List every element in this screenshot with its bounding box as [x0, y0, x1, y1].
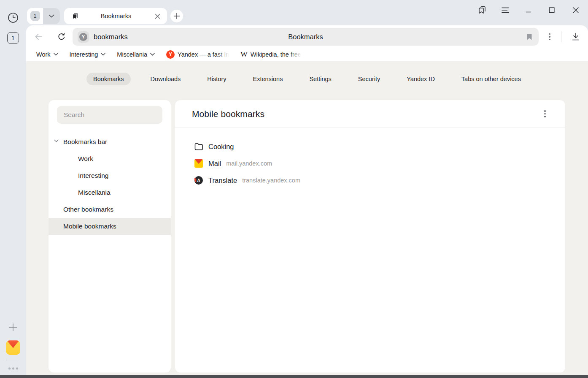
tab-count-button[interactable]: 1: [7, 32, 19, 44]
back-button[interactable]: [32, 31, 44, 43]
tree-item-label: Bookmarks bar: [63, 138, 107, 146]
download-icon: [571, 32, 580, 41]
manager-nav: Bookmarks Downloads History Extensions S…: [26, 73, 588, 85]
tree-item-other-bookmarks[interactable]: Other bookmarks: [49, 201, 171, 218]
search-input[interactable]: [57, 106, 162, 124]
chevron-down-icon: [54, 139, 59, 142]
ellipsis-icon: [8, 367, 11, 370]
tab-group-count[interactable]: 1: [27, 8, 43, 24]
tree-item-label: Miscellania: [78, 189, 111, 196]
chevron-down-icon: [49, 14, 54, 18]
nav-tab-settings[interactable]: Settings: [302, 73, 338, 85]
tree-item-bookmarks-bar[interactable]: Bookmarks bar: [49, 133, 171, 150]
tab-list-dropdown[interactable]: [43, 8, 60, 24]
bookmarks-bar-folder-interesting[interactable]: Interesting: [70, 51, 106, 58]
nav-tab-downloads[interactable]: Downloads: [144, 73, 188, 85]
wikipedia-favicon: W: [240, 50, 248, 59]
tab-title: Bookmarks: [79, 13, 153, 19]
side-rail: 1: [0, 0, 26, 375]
url-text: bookmarks: [94, 33, 128, 41]
active-tab-bookmarks[interactable]: Bookmarks: [64, 8, 167, 24]
rail-add-button[interactable]: [7, 321, 19, 334]
site-favicon: Y: [78, 31, 89, 43]
yandex-mail-favicon: [194, 159, 203, 168]
address-bar-menu-button[interactable]: [544, 31, 556, 43]
tree-item-work[interactable]: Work: [49, 150, 171, 167]
side-panel-toggle-button[interactable]: [474, 2, 491, 18]
kebab-menu-icon: [544, 110, 546, 117]
folder-icon: [194, 143, 203, 150]
page-title: Bookmarks: [73, 33, 539, 41]
bookmark-page-button[interactable]: [526, 33, 533, 41]
reload-icon: [57, 32, 66, 41]
bookmarks-bar-link-wikipedia[interactable]: W Wikipedia, the free: [240, 50, 301, 59]
hamburger-menu-icon: [501, 7, 510, 14]
tree-item-label: Interesting: [78, 172, 108, 179]
folder-label: Miscellania: [117, 51, 147, 58]
chevron-down-icon: [54, 53, 58, 56]
bookmark-row-mail[interactable]: Mail mail.yandex.com: [175, 155, 565, 172]
plus-icon: [8, 323, 18, 332]
browser-menu-button[interactable]: [497, 2, 514, 18]
bookmark-row-translate[interactable]: A Translate translate.yandex.com: [175, 172, 565, 189]
bookmarks-bar: Work Interesting Miscellania Y Yandex — …: [26, 47, 588, 61]
bookmark-label: Yandex — a fast In: [178, 51, 229, 58]
panel-title: Mobile bookmarks: [192, 109, 264, 119]
bookmarks-panel-icon: [477, 5, 487, 15]
bookmark-row-cooking[interactable]: Cooking: [175, 138, 565, 155]
tab-group-control[interactable]: 1: [27, 8, 60, 24]
bookmark-label: Wikipedia, the free: [251, 51, 301, 58]
bookmarks-bar-link-yandex[interactable]: Y Yandex — a fast In: [166, 50, 229, 59]
nav-tab-yandex-id[interactable]: Yandex ID: [400, 73, 442, 85]
nav-tab-other-devices[interactable]: Tabs on other devices: [455, 73, 528, 85]
yandex-translate-favicon: A: [194, 176, 203, 185]
minimize-icon: [525, 7, 532, 14]
tree-item-label: Work: [78, 155, 93, 163]
folder-tree: Bookmarks bar Work Interesting Miscellan…: [49, 133, 171, 235]
rail-more-button[interactable]: [6, 365, 20, 372]
chevron-down-icon: [101, 53, 105, 56]
back-arrow-icon: [33, 32, 43, 41]
window-minimize-button[interactable]: [520, 2, 537, 18]
taskbar-edge: [0, 375, 588, 378]
bookmark-url: translate.yandex.com: [242, 177, 300, 184]
page-content: Bookmarks Downloads History Extensions S…: [26, 61, 588, 375]
folders-sidebar: Bookmarks bar Work Interesting Miscellan…: [49, 100, 171, 373]
yandex-mail-app-button[interactable]: [6, 340, 20, 355]
panel-menu-button[interactable]: [539, 108, 551, 120]
rail-divider: [6, 360, 20, 360]
new-tab-button[interactable]: [170, 10, 183, 22]
bookmarks-bar-folder-work[interactable]: Work: [36, 51, 58, 58]
tree-item-mobile-bookmarks[interactable]: Mobile bookmarks: [49, 218, 171, 235]
browser-window: Y bookmarks Bookmarks Work Interesting M…: [26, 25, 588, 375]
clock-icon: [8, 12, 19, 23]
kebab-menu-icon: [549, 33, 550, 41]
yandex-favicon-letter: Y: [79, 33, 87, 41]
window-maximize-button[interactable]: [543, 2, 560, 18]
bookmarks-tab-icon: [71, 12, 79, 20]
downloads-button[interactable]: [569, 31, 582, 43]
folder-label: Work: [36, 51, 51, 58]
bookmark-url: mail.yandex.com: [226, 160, 272, 167]
tree-item-label: Other bookmarks: [63, 206, 113, 213]
nav-tab-history[interactable]: History: [200, 73, 233, 85]
tree-item-miscellania[interactable]: Miscellania: [49, 184, 171, 201]
close-icon: [572, 7, 579, 14]
tree-item-label: Mobile bookmarks: [63, 223, 116, 230]
tab-count-label: 1: [11, 35, 15, 41]
toolbar-divider: [561, 31, 561, 42]
address-bar[interactable]: Y bookmarks Bookmarks: [73, 28, 539, 46]
history-button[interactable]: [7, 11, 19, 24]
reload-button[interactable]: [56, 31, 67, 43]
window-close-button[interactable]: [567, 2, 584, 18]
tab-close-button[interactable]: [153, 11, 162, 21]
bookmarks-bar-folder-miscellania[interactable]: Miscellania: [117, 51, 155, 58]
nav-tab-extensions[interactable]: Extensions: [246, 73, 289, 85]
yandex-favicon: Y: [166, 50, 175, 59]
tree-item-interesting[interactable]: Interesting: [49, 167, 171, 184]
chevron-down-icon: [150, 53, 155, 56]
nav-tab-bookmarks[interactable]: Bookmarks: [86, 73, 131, 85]
nav-tab-security[interactable]: Security: [351, 73, 387, 85]
bookmarks-list-panel: Mobile bookmarks Cooking Mail: [175, 100, 565, 373]
bookmarks-list: Cooking Mail mail.yandex.com A Translate…: [175, 128, 565, 189]
